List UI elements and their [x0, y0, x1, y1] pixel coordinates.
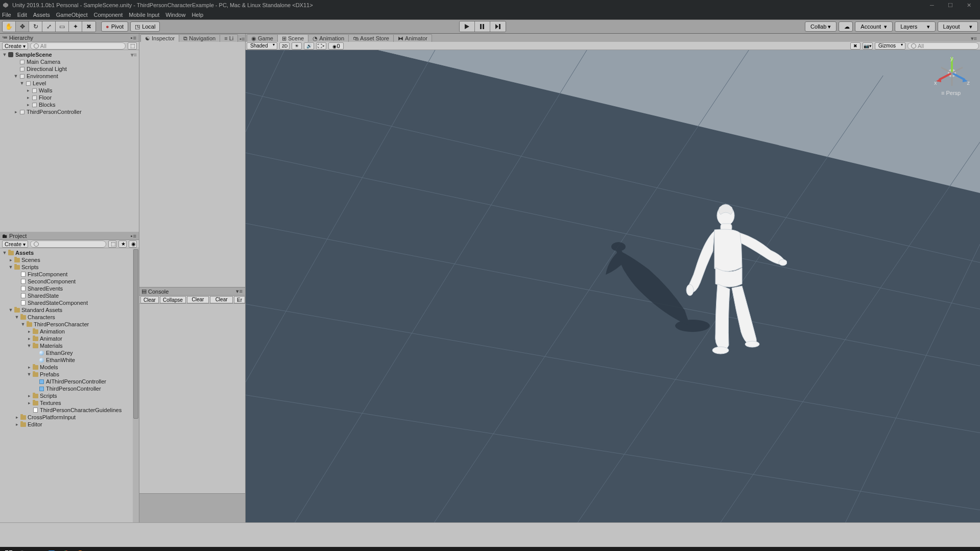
scene-fx-toggle[interactable]: ⛶▾ [316, 42, 326, 50]
2d-toggle-button[interactable]: 2D [279, 42, 290, 50]
scene-audio-toggle[interactable]: 🔊 [304, 42, 314, 50]
project-item[interactable]: EthanWhite [0, 356, 139, 364]
layers-button[interactable]: Layers ▾ [895, 21, 935, 32]
taskbar-search-button[interactable]: 🔍 [16, 547, 30, 551]
scale-tool-button[interactable]: ⤢ [42, 21, 56, 32]
project-item[interactable]: ▸Scenes [0, 256, 139, 263]
taskbar-firefox-icon[interactable] [74, 547, 87, 551]
play-button[interactable] [460, 21, 475, 32]
hierarchy-item[interactable]: ▸ThirdPersonController [0, 108, 139, 115]
scene-cam-icon[interactable]: 📷▾ [863, 42, 873, 50]
start-button[interactable] [2, 547, 15, 551]
taskbar-app2-icon[interactable] [188, 547, 201, 551]
taskbar-vs2-icon[interactable]: ∞ [145, 547, 158, 551]
project-item[interactable]: ▸Scripts [0, 392, 139, 399]
layout-button[interactable]: Layout ▾ [938, 21, 978, 32]
scene-hidden-toggle[interactable]: ◉0 [328, 42, 344, 50]
taskbar-edge-icon[interactable] [45, 547, 58, 551]
taskbar-app4-icon[interactable] [245, 547, 258, 551]
project-item[interactable]: AIThirdPersonController [0, 378, 139, 385]
hierarchy-item[interactable]: ▸Floor [0, 94, 139, 101]
transform-tool-button[interactable]: ✦ [69, 21, 82, 32]
taskbar-vscode-icon[interactable]: ⋊ [202, 547, 216, 551]
project-item[interactable]: ▼ThirdPersonCharacter [0, 321, 139, 328]
pivot-toggle-button[interactable]: ●Pivot [101, 21, 128, 32]
project-item[interactable]: ▼Characters [0, 314, 139, 321]
project-create-button[interactable]: Create ▾ [2, 241, 28, 248]
project-item[interactable]: SharedEvents [0, 285, 139, 292]
console-clear-button[interactable]: Clear [140, 296, 159, 303]
project-item[interactable]: ▸Animator [0, 335, 139, 342]
taskbar-skype-icon[interactable] [217, 547, 230, 551]
project-item[interactable]: SecondComponent [0, 278, 139, 285]
hierarchy-search-input[interactable]: All [30, 42, 126, 50]
taskbar-sublime-icon[interactable] [116, 547, 130, 551]
project-item[interactable]: ▼Prefabs [0, 371, 139, 378]
project-filter-type-button[interactable]: ★ [118, 241, 127, 248]
tab-animator[interactable]: ⧓Animator [393, 34, 432, 42]
project-item[interactable]: ThirdPersonCharacterGuidelines [0, 406, 139, 414]
hierarchy-item[interactable]: Main Camera [0, 58, 139, 65]
scene-lighting-toggle[interactable]: ☀ [292, 42, 302, 50]
window-minimize-button[interactable]: ─ [923, 0, 941, 10]
project-item[interactable]: ▼Standard Assets [0, 306, 139, 314]
project-filter-fav-button[interactable]: ⬚ [108, 241, 116, 248]
tab-navigation[interactable]: ⧉Navigation [179, 34, 220, 42]
menu-file[interactable]: File [2, 12, 11, 18]
project-item[interactable]: FirstComponent [0, 271, 139, 278]
project-item[interactable]: SharedStateComponent [0, 299, 139, 306]
hierarchy-item[interactable]: ▼Level [0, 80, 139, 87]
inspector-options-button[interactable]: ▪≡ [237, 36, 245, 42]
gizmos-dropdown[interactable]: Gizmos [875, 42, 905, 50]
taskbar-app5-icon[interactable] [274, 547, 287, 551]
project-item[interactable]: ▸Animation [0, 328, 139, 335]
cloud-services-button[interactable]: ☁ [839, 21, 853, 32]
pause-button[interactable] [475, 21, 490, 32]
console-options-button[interactable]: ▾≡ [236, 288, 243, 295]
local-toggle-button[interactable]: ◳Local [130, 21, 160, 32]
project-hidden-button[interactable]: ◉ [129, 241, 137, 248]
rect-tool-button[interactable]: ▭ [56, 21, 69, 32]
project-item[interactable]: EthanGrey [0, 349, 139, 356]
taskbar-unity-icon[interactable] [259, 547, 273, 551]
hierarchy-tab[interactable]: ≔ Hierarchy ▪≡ [0, 34, 139, 42]
project-item[interactable]: ▸Models [0, 364, 139, 371]
menu-gameobject[interactable]: GameObject [56, 12, 88, 18]
console-error-pause-button[interactable]: Er [234, 296, 245, 303]
gizmo-persp-label[interactable]: ≡ Persp [941, 90, 961, 96]
taskbar-app3-icon[interactable] [231, 547, 244, 551]
tab-assetstore[interactable]: 🛍Asset Store [348, 34, 394, 42]
menu-window[interactable]: Window [165, 12, 185, 18]
project-tab[interactable]: 🖿 Project ▪≡ [0, 232, 139, 240]
taskbar-chrome-icon[interactable] [59, 547, 73, 551]
project-item[interactable]: ▼Materials [0, 342, 139, 349]
assets-root-item[interactable]: ▼ Assets [0, 249, 139, 256]
tab-lighting[interactable]: ≡Li [220, 34, 238, 42]
console-tab[interactable]: ▤ Console ▾≡ [139, 288, 245, 296]
hand-tool-button[interactable]: ✋ [3, 21, 16, 32]
tab-game[interactable]: ◉Game [247, 34, 278, 42]
tab-inspector[interactable]: ☯Inspector [140, 34, 179, 42]
menu-edit[interactable]: Edit [17, 12, 27, 18]
window-maximize-button[interactable]: ☐ [941, 0, 960, 10]
project-item[interactable]: ▸CrossPlatformInput [0, 414, 139, 421]
menu-help[interactable]: Help [192, 12, 203, 18]
taskbar-taskview-button[interactable]: ⧉ [31, 547, 44, 551]
collab-button[interactable]: Collab ▾ [805, 21, 836, 32]
project-scrollbar[interactable] [133, 249, 139, 522]
account-button[interactable]: Account ▾ [855, 21, 893, 32]
shading-mode-dropdown[interactable]: Shaded [247, 42, 277, 50]
hierarchy-item[interactable]: Directional Light [0, 65, 139, 73]
step-button[interactable] [490, 21, 506, 32]
hierarchy-item[interactable]: ▸Blocks [0, 101, 139, 108]
project-item[interactable]: SharedState [0, 292, 139, 299]
project-item[interactable]: ▸Textures [0, 399, 139, 406]
project-options-button[interactable]: ▪≡ [131, 233, 137, 239]
scene-search-input[interactable]: All [907, 42, 979, 50]
orientation-gizmo[interactable]: y x z ≡ Persp [934, 55, 970, 101]
menu-assets[interactable]: Assets [33, 12, 50, 18]
taskbar-rec-icon[interactable] [174, 547, 187, 551]
project-item[interactable]: ▼Scripts [0, 263, 139, 271]
console-clearonplay-button[interactable]: Clear on Play [187, 296, 209, 303]
project-tree[interactable]: ▼ Assets ▸Scenes▼ScriptsFirstComponentSe… [0, 248, 139, 522]
